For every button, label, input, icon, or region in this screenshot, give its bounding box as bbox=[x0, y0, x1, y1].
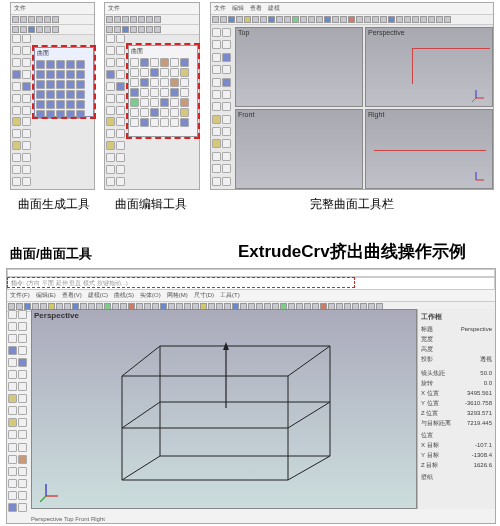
tool-icon[interactable] bbox=[20, 16, 27, 23]
palette-icon[interactable] bbox=[106, 165, 115, 174]
palette-icon[interactable] bbox=[8, 479, 17, 488]
menu-item[interactable]: 编辑 bbox=[232, 4, 244, 13]
palette-icon[interactable] bbox=[22, 129, 31, 138]
viewport-label[interactable]: Top bbox=[238, 29, 249, 36]
tool-icon[interactable] bbox=[212, 16, 219, 23]
viewport-perspective[interactable]: Perspective bbox=[365, 27, 493, 107]
palette-icon[interactable] bbox=[222, 102, 231, 111]
palette-icon[interactable] bbox=[116, 46, 125, 55]
palette-icon[interactable] bbox=[212, 53, 221, 62]
viewport-tabs[interactable]: Perspective Top Front Right bbox=[31, 516, 105, 522]
palette-icon[interactable] bbox=[8, 467, 17, 476]
tool-icon[interactable] bbox=[388, 16, 395, 23]
tool-icon[interactable] bbox=[332, 16, 339, 23]
tool-icon[interactable] bbox=[372, 16, 379, 23]
palette-icon[interactable] bbox=[222, 127, 231, 136]
palette-icon[interactable] bbox=[222, 53, 231, 62]
palette-icon[interactable] bbox=[212, 152, 221, 161]
palette-icon[interactable] bbox=[22, 165, 31, 174]
palette-icon[interactable] bbox=[8, 370, 17, 379]
prop-value[interactable]: 3495.561 bbox=[467, 388, 492, 398]
prop-value[interactable]: -107.1 bbox=[475, 440, 492, 450]
palette-icon[interactable] bbox=[106, 70, 115, 79]
palette-icon[interactable] bbox=[212, 90, 221, 99]
palette-icon[interactable] bbox=[18, 455, 27, 464]
tool-icon[interactable] bbox=[20, 26, 27, 33]
palette-icon[interactable] bbox=[22, 153, 31, 162]
tool-icon[interactable] bbox=[412, 16, 419, 23]
tool-icon[interactable] bbox=[114, 16, 121, 23]
tool-icon[interactable] bbox=[292, 16, 299, 23]
palette-icon[interactable] bbox=[12, 165, 21, 174]
palette-icon[interactable] bbox=[12, 177, 21, 186]
palette-icon[interactable] bbox=[116, 165, 125, 174]
viewport-right[interactable]: Right bbox=[365, 109, 493, 189]
palette-icon[interactable] bbox=[8, 443, 17, 452]
tool-icon[interactable] bbox=[356, 16, 363, 23]
menu-item[interactable]: 工具(T) bbox=[220, 291, 240, 300]
tool-icon[interactable] bbox=[364, 16, 371, 23]
menu-bar[interactable]: 文件编辑查看建模 bbox=[211, 3, 493, 15]
tool-icon[interactable] bbox=[220, 16, 227, 23]
palette-icon[interactable] bbox=[212, 102, 221, 111]
tool-icon[interactable] bbox=[276, 16, 283, 23]
palette-icon[interactable] bbox=[116, 153, 125, 162]
menu-item[interactable]: 查看(V) bbox=[62, 291, 82, 300]
palette-icon[interactable] bbox=[106, 177, 115, 186]
tool-icon[interactable] bbox=[52, 26, 59, 33]
palette-icon[interactable] bbox=[116, 141, 125, 150]
palette-icon[interactable] bbox=[18, 322, 27, 331]
palette-icon[interactable] bbox=[106, 46, 115, 55]
left-palette[interactable] bbox=[211, 27, 233, 189]
palette-icon[interactable] bbox=[116, 177, 125, 186]
palette-icon[interactable] bbox=[222, 28, 231, 37]
palette-icon[interactable] bbox=[8, 322, 17, 331]
tool-icon[interactable] bbox=[52, 16, 59, 23]
palette-icon[interactable] bbox=[22, 58, 31, 67]
palette-icon[interactable] bbox=[12, 129, 21, 138]
tool-icon[interactable] bbox=[138, 26, 145, 33]
tool-icon[interactable] bbox=[444, 16, 451, 23]
palette-icon[interactable] bbox=[222, 139, 231, 148]
palette-icon[interactable] bbox=[22, 46, 31, 55]
tool-icon[interactable] bbox=[268, 16, 275, 23]
palette-icon[interactable] bbox=[18, 406, 27, 415]
palette-icon[interactable] bbox=[18, 503, 27, 512]
palette-icon[interactable] bbox=[116, 58, 125, 67]
viewport-label[interactable]: Right bbox=[368, 111, 384, 118]
prop-value[interactable]: 0.0 bbox=[484, 378, 492, 388]
palette-icon[interactable] bbox=[22, 34, 31, 43]
palette-icon[interactable] bbox=[212, 28, 221, 37]
palette-icon[interactable] bbox=[8, 394, 17, 403]
palette-icon[interactable] bbox=[12, 106, 21, 115]
palette-icon[interactable] bbox=[12, 34, 21, 43]
menu-item[interactable]: 建模 bbox=[268, 4, 280, 13]
tool-icon[interactable] bbox=[114, 26, 121, 33]
palette-icon[interactable] bbox=[22, 106, 31, 115]
palette-icon[interactable] bbox=[8, 503, 17, 512]
palette-icon[interactable] bbox=[116, 129, 125, 138]
palette-icon[interactable] bbox=[8, 430, 17, 439]
palette-icon[interactable] bbox=[8, 491, 17, 500]
prop-value[interactable]: 透视 bbox=[480, 354, 492, 364]
palette-icon[interactable] bbox=[12, 153, 21, 162]
tool-icon[interactable] bbox=[122, 16, 129, 23]
menu-item[interactable]: 尺寸(D) bbox=[194, 291, 214, 300]
palette-icon[interactable] bbox=[212, 65, 221, 74]
top-toolbar[interactable] bbox=[105, 15, 199, 25]
palette-icon[interactable] bbox=[8, 358, 17, 367]
tool-icon[interactable] bbox=[106, 26, 113, 33]
palette-icon[interactable] bbox=[22, 141, 31, 150]
tool-icon[interactable] bbox=[228, 16, 235, 23]
menu-item[interactable]: 实体(O) bbox=[140, 291, 161, 300]
palette-icon[interactable] bbox=[22, 177, 31, 186]
palette-icon[interactable] bbox=[22, 94, 31, 103]
prop-value[interactable]: -3610.758 bbox=[465, 398, 492, 408]
palette-icon[interactable] bbox=[116, 34, 125, 43]
tool-icon[interactable] bbox=[44, 16, 51, 23]
viewport-label[interactable]: Front bbox=[238, 111, 254, 118]
palette-icon[interactable] bbox=[18, 491, 27, 500]
menu-item[interactable]: 文件 bbox=[14, 4, 26, 13]
palette-icon[interactable] bbox=[106, 34, 115, 43]
palette-icon[interactable] bbox=[8, 310, 17, 319]
